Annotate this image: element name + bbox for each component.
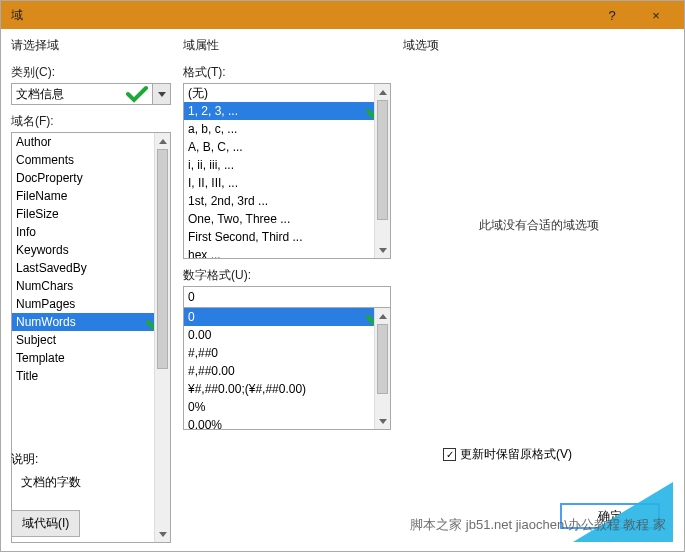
properties-header: 域属性 [183, 37, 391, 54]
description-block: 说明: 文档的字数 [11, 451, 81, 491]
numfmt-listbox[interactable]: 00.00#,##0#,##0.00¥#,##0.00;(¥#,##0.00)0… [183, 308, 391, 430]
scroll-thumb[interactable] [377, 324, 388, 394]
list-item[interactable]: 0.00% [184, 416, 390, 430]
scroll-down-icon[interactable] [375, 242, 390, 258]
list-item[interactable]: NumPages [12, 295, 170, 313]
scroll-down-icon[interactable] [155, 526, 170, 542]
list-item[interactable]: NumWords [12, 313, 170, 331]
preserve-format-label: 更新时保留原格式(V) [460, 446, 572, 463]
chevron-down-icon [158, 92, 166, 97]
list-item[interactable]: DocProperty [12, 169, 170, 187]
titlebar: 域 ? × [1, 1, 684, 29]
list-item[interactable]: FileSize [12, 205, 170, 223]
list-item[interactable]: Info [12, 223, 170, 241]
list-item[interactable]: #,##0 [184, 344, 390, 362]
format-listbox[interactable]: (无)1, 2, 3, ...a, b, c, ...A, B, C, ...i… [183, 83, 391, 259]
list-item[interactable]: FileName [12, 187, 170, 205]
list-item[interactable]: #,##0.00 [184, 362, 390, 380]
preserve-format-checkbox[interactable]: ✓ 更新时保留原格式(V) [443, 446, 572, 463]
select-field-header: 请选择域 [11, 37, 171, 54]
list-item[interactable]: a, b, c, ... [184, 120, 390, 138]
dialog-window: 域 ? × 请选择域 类别(C): 文档信息 域名(F): AuthorComm… [0, 0, 685, 552]
list-item[interactable]: I, II, III, ... [184, 174, 390, 192]
numfmt-label: 数字格式(U): [183, 267, 391, 284]
list-item[interactable]: i, ii, iii, ... [184, 156, 390, 174]
numfmt-input[interactable]: 0 [183, 286, 391, 308]
category-combo[interactable]: 文档信息 [11, 83, 171, 105]
checkmark-icon [126, 85, 148, 103]
field-code-button[interactable]: 域代码(I) [11, 510, 80, 537]
options-header: 域选项 [403, 37, 674, 54]
description-text: 文档的字数 [21, 474, 81, 491]
scroll-up-icon[interactable] [375, 308, 390, 324]
list-item[interactable]: Subject [12, 331, 170, 349]
list-item[interactable]: 1st, 2nd, 3rd ... [184, 192, 390, 210]
scrollbar[interactable] [374, 308, 390, 429]
field-options-column: 域选项 此域没有合适的域选项 ✓ 更新时保留原格式(V) 确定 脚本之家 jb5… [403, 37, 674, 543]
list-item[interactable]: One, Two, Three ... [184, 210, 390, 228]
scrollbar[interactable] [374, 84, 390, 258]
scroll-down-icon[interactable] [375, 413, 390, 429]
list-item[interactable]: A, B, C, ... [184, 138, 390, 156]
list-item[interactable]: 0.00 [184, 326, 390, 344]
list-item[interactable]: (无) [184, 84, 390, 102]
close-button[interactable]: × [634, 1, 678, 29]
list-item[interactable]: hex ... [184, 246, 390, 259]
list-item[interactable]: First Second, Third ... [184, 228, 390, 246]
format-label: 格式(T): [183, 64, 391, 81]
scrollbar[interactable] [154, 133, 170, 542]
list-item[interactable]: Title [12, 367, 170, 385]
description-header: 说明: [11, 451, 81, 468]
list-item[interactable]: Template [12, 349, 170, 367]
scroll-up-icon[interactable] [155, 133, 170, 149]
list-item[interactable]: ¥#,##0.00;(¥#,##0.00) [184, 380, 390, 398]
checkbox-icon: ✓ [443, 448, 456, 461]
content-area: 请选择域 类别(C): 文档信息 域名(F): AuthorCommentsDo… [1, 29, 684, 551]
category-label: 类别(C): [11, 64, 171, 81]
list-item[interactable]: Author [12, 133, 170, 151]
no-options-text: 此域没有合适的域选项 [403, 217, 674, 234]
watermark-icon [573, 482, 673, 542]
scroll-thumb[interactable] [157, 149, 168, 369]
category-dropdown-button[interactable] [152, 84, 170, 104]
scroll-thumb[interactable] [377, 100, 388, 220]
list-item[interactable]: 0 [184, 308, 390, 326]
help-button[interactable]: ? [590, 1, 634, 29]
field-properties-column: 域属性 格式(T): (无)1, 2, 3, ...a, b, c, ...A,… [183, 37, 391, 543]
scroll-up-icon[interactable] [375, 84, 390, 100]
list-item[interactable]: 1, 2, 3, ... [184, 102, 390, 120]
list-item[interactable]: Keywords [12, 241, 170, 259]
list-item[interactable]: LastSavedBy [12, 259, 170, 277]
fieldname-label: 域名(F): [11, 113, 171, 130]
list-item[interactable]: NumChars [12, 277, 170, 295]
window-title: 域 [7, 7, 590, 24]
list-item[interactable]: Comments [12, 151, 170, 169]
list-item[interactable]: 0% [184, 398, 390, 416]
